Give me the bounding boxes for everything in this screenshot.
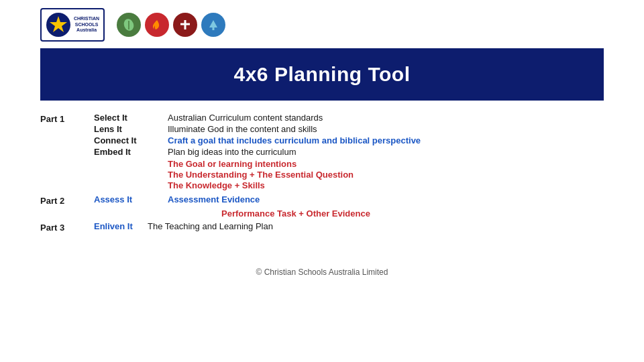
select-it-desc: Australian Curriculum content standards [168,113,323,123]
performance-row: Performance Task + Other Evidence [40,208,604,219]
part2-row: Part 2 Assess It Assessment Evidence [40,194,604,206]
sub-item-understanding: The Understanding + The Essential Questi… [168,170,421,180]
embed-sub-items: The Goal or learning intentions The Unde… [94,159,421,190]
cross-icon [173,13,197,37]
embed-it-desc: Plan big ideas into the curriculum [168,147,297,157]
svg-rect-7 [213,27,215,30]
enliven-it-desc: The Teaching and Learning Plan [148,221,273,231]
csa-logo-icon [46,12,71,38]
part2-label: Part 2 [40,194,94,206]
tree-icon [201,13,225,37]
flame-icon [145,13,169,37]
title-banner: 4x6 Planning Tool [40,48,604,101]
footer-text: © Christian Schools Australia Limited [256,267,388,277]
assess-evidence-label: Assessment Evidence [168,194,260,204]
part3-content: Enliven It The Teaching and Learning Pla… [94,221,273,231]
part1-label: Part 1 [40,113,94,124]
embed-it-row: Embed It Plan big ideas into the curricu… [94,147,421,157]
enliven-it-name: Enliven It [94,221,148,231]
part1-row: Part 1 Select It Australian Curriculum c… [40,113,604,190]
connect-it-name: Connect It [94,135,168,145]
select-it-row: Select It Australian Curriculum content … [94,113,421,123]
partner-logos [117,13,225,37]
csa-logo-text: CHRISTIANSCHOOLSAustralia [74,16,99,33]
assess-it-name: Assess It [94,194,168,204]
page-title: 4x6 Planning Tool [80,63,564,86]
footer: © Christian Schools Australia Limited [0,267,644,277]
part3-row: Part 3 Enliven It The Teaching and Learn… [40,221,604,233]
lens-it-name: Lens It [94,124,168,134]
lens-it-desc: Illuminate God in the content and skills [168,124,317,134]
connect-it-row: Connect It Craft a goal that includes cu… [94,135,421,145]
embed-it-name: Embed It [94,147,168,157]
lens-it-row: Lens It Illuminate God in the content an… [94,124,421,134]
part3-label: Part 3 [40,221,94,233]
header-logos-bar: CHRISTIANSCHOOLSAustralia [0,0,644,48]
green-leaf-icon [117,13,141,37]
performance-text: Performance Task + Other Evidence [221,208,370,219]
svg-marker-6 [209,20,217,27]
sub-item-goal: The Goal or learning intentions [168,159,421,169]
select-it-name: Select It [94,113,168,123]
csa-logo: CHRISTIANSCHOOLSAustralia [40,8,105,42]
sub-item-knowledge: The Knowledge + Skills [168,180,421,190]
part1-items: Select It Australian Curriculum content … [94,113,421,190]
svg-rect-5 [180,23,190,25]
main-content: Part 1 Select It Australian Curriculum c… [0,101,644,247]
part2-content: Assess It Assessment Evidence [94,194,260,204]
connect-it-desc: Craft a goal that includes curriculum an… [168,135,421,145]
